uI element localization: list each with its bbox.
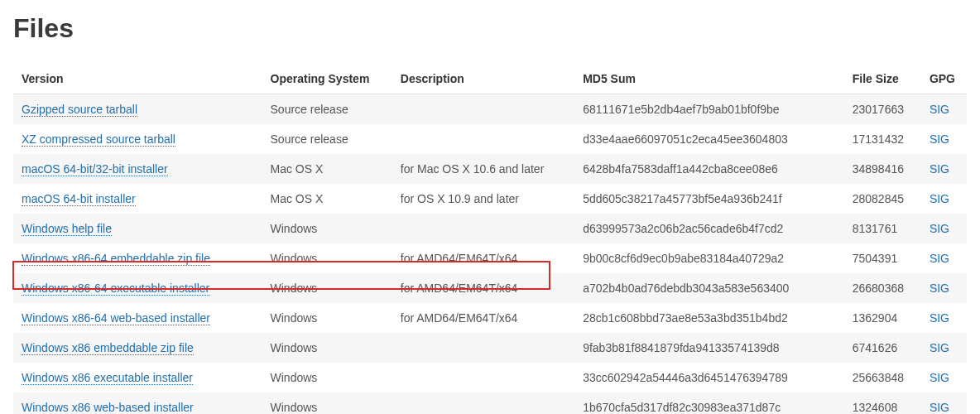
description-cell [392, 124, 574, 154]
description-cell: for OS X 10.9 and later [392, 184, 574, 214]
page-title: Files [13, 13, 967, 44]
table-row: macOS 64-bit installerMac OS Xfor OS X 1… [13, 184, 967, 214]
description-cell [392, 392, 574, 414]
filesize-cell: 34898416 [844, 154, 921, 184]
os-cell: Windows [262, 214, 392, 243]
md5-cell: 5dd605c38217a45773bf5e4a936b241f [574, 184, 844, 214]
md5-cell: d33e4aae66097051c2eca45ee3604803 [574, 124, 844, 154]
md5-cell: 1b670cfa5d317df82c30983ea371d87c [574, 392, 844, 414]
os-cell: Windows [262, 363, 392, 392]
os-cell: Mac OS X [262, 184, 392, 214]
md5-cell: 9b00c8cf6d9ec0b9abe83184a40729a2 [574, 243, 844, 273]
col-header-description: Description [392, 64, 574, 94]
os-cell: Windows [262, 333, 392, 363]
description-cell [392, 214, 574, 243]
version-link[interactable]: Windows x86 executable installer [22, 371, 193, 385]
version-link[interactable]: macOS 64-bit/32-bit installer [22, 162, 168, 176]
sig-link[interactable]: SIG [930, 162, 949, 176]
description-cell: for AMD64/EM64T/x64 [392, 243, 574, 273]
md5-cell: d63999573a2c06b2ac56cade6b4f7cd2 [574, 214, 844, 243]
table-row: Windows x86 executable installerWindows3… [13, 363, 967, 392]
filesize-cell: 7504391 [844, 243, 921, 273]
version-link[interactable]: Windows x86-64 embeddable zip file [22, 252, 210, 266]
md5-cell: 9fab3b81f8841879fda94133574139d8 [574, 333, 844, 363]
description-cell: for AMD64/EM64T/x64 [392, 273, 574, 303]
col-header-version: Version [13, 64, 262, 94]
sig-link[interactable]: SIG [930, 282, 949, 295]
md5-cell: 28cb1c608bbd73ae8e53a3bd351b4bd2 [574, 303, 844, 333]
os-cell: Source release [262, 94, 392, 125]
filesize-cell: 8131761 [844, 214, 921, 243]
sig-link[interactable]: SIG [930, 401, 949, 414]
files-table: Version Operating System Description MD5… [13, 64, 967, 414]
filesize-cell: 26680368 [844, 273, 921, 303]
sig-link[interactable]: SIG [930, 132, 949, 146]
version-link[interactable]: Windows x86-64 web-based installer [22, 311, 210, 325]
filesize-cell: 28082845 [844, 184, 921, 214]
sig-link[interactable]: SIG [930, 192, 949, 205]
os-cell: Windows [262, 392, 392, 414]
version-link[interactable]: Windows x86-64 executable installer [22, 282, 209, 296]
os-cell: Source release [262, 124, 392, 154]
filesize-cell: 1362904 [844, 303, 921, 333]
col-header-md5: MD5 Sum [574, 64, 844, 94]
sig-link[interactable]: SIG [930, 311, 949, 325]
col-header-os: Operating System [262, 64, 392, 94]
version-link[interactable]: Windows x86 embeddable zip file [22, 341, 194, 355]
table-row: Windows help fileWindowsd63999573a2c06b2… [13, 214, 967, 243]
os-cell: Windows [262, 303, 392, 333]
table-row: Windows x86-64 executable installerWindo… [13, 273, 967, 303]
version-link[interactable]: Windows x86 web-based installer [22, 401, 194, 414]
sig-link[interactable]: SIG [930, 222, 949, 235]
col-header-filesize: File Size [844, 64, 921, 94]
os-cell: Windows [262, 273, 392, 303]
sig-link[interactable]: SIG [930, 341, 949, 354]
table-header-row: Version Operating System Description MD5… [13, 64, 967, 94]
table-row: Windows x86-64 embeddable zip fileWindow… [13, 243, 967, 273]
os-cell: Mac OS X [262, 154, 392, 184]
sig-link[interactable]: SIG [930, 371, 949, 384]
version-link[interactable]: XZ compressed source tarball [22, 132, 175, 147]
description-cell [392, 94, 574, 125]
table-row: Windows x86-64 web-based installerWindow… [13, 303, 967, 333]
table-row: macOS 64-bit/32-bit installerMac OS Xfor… [13, 154, 967, 184]
version-link[interactable]: macOS 64-bit installer [22, 192, 136, 206]
table-row: Windows x86 web-based installerWindows1b… [13, 392, 967, 414]
os-cell: Windows [262, 243, 392, 273]
filesize-cell: 17131432 [844, 124, 921, 154]
md5-cell: a702b4b0ad76debdb3043a583e563400 [574, 273, 844, 303]
filesize-cell: 1324608 [844, 392, 921, 414]
md5-cell: 33cc602942a54446a3d6451476394789 [574, 363, 844, 392]
description-cell [392, 333, 574, 363]
md5-cell: 6428b4fa7583daff1a442cba8cee08e6 [574, 154, 844, 184]
description-cell: for Mac OS X 10.6 and later [392, 154, 574, 184]
table-row: XZ compressed source tarballSource relea… [13, 124, 967, 154]
table-row: Gzipped source tarballSource release6811… [13, 94, 967, 125]
filesize-cell: 23017663 [844, 94, 921, 125]
version-link[interactable]: Windows help file [22, 222, 112, 236]
filesize-cell: 25663848 [844, 363, 921, 392]
filesize-cell: 6741626 [844, 333, 921, 363]
sig-link[interactable]: SIG [930, 103, 949, 116]
md5-cell: 68111671e5b2db4aef7b9ab01bf0f9be [574, 94, 844, 125]
col-header-gpg: GPG [921, 64, 967, 94]
description-cell [392, 363, 574, 392]
table-row: Windows x86 embeddable zip fileWindows9f… [13, 333, 967, 363]
description-cell: for AMD64/EM64T/x64 [392, 303, 574, 333]
sig-link[interactable]: SIG [930, 252, 949, 265]
version-link[interactable]: Gzipped source tarball [22, 103, 137, 117]
